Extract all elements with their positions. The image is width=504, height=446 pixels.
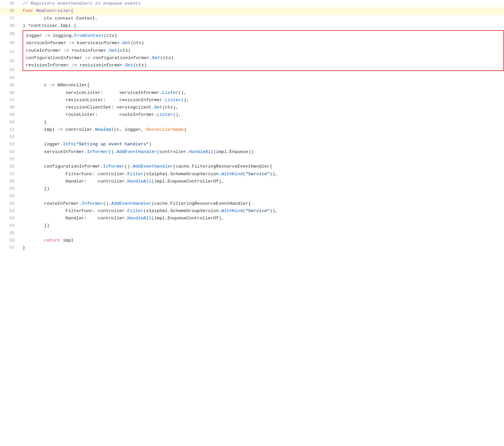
line-num-55: 55 <box>0 156 20 163</box>
line-num-50: 50 <box>0 119 20 126</box>
line-content-37: ctx context.Context, <box>20 15 504 22</box>
line-content-36: func NewController( <box>20 7 504 15</box>
code-line-35: 35 // Registers eventhandlers to enqueue… <box>0 0 504 7</box>
line-content-44 <box>20 74 504 82</box>
line-num-51: 51 <box>0 126 20 133</box>
code-line-57: 57 FilterFunc: controller.Filter(v1alpha… <box>0 171 504 178</box>
code-line-66: 66 return impl <box>0 237 504 244</box>
line-content-59: }) <box>20 185 504 192</box>
line-content-45: c := &Reconciler{ <box>20 82 504 89</box>
code-line-50: 50 } <box>0 119 504 126</box>
line-content-46: serviceLister: serviceInformer.Lister(), <box>20 89 504 97</box>
code-line-62: 62 FilterFunc: controller.Filter(v1alpha… <box>0 207 504 215</box>
line-num-62: 62 <box>0 207 20 215</box>
code-line-36: 36 func NewController( <box>0 7 504 15</box>
line-content-54: serviceInformer.Informer().AddEventHandl… <box>20 148 504 156</box>
boxed-line-40: serviceInformer := kserviceinformer.Get(… <box>26 39 499 47</box>
line-num-40: 40 <box>0 39 20 47</box>
line-num-41: 41 <box>0 48 20 56</box>
code-line-59: 59 }) <box>0 185 504 192</box>
code-line-53: 53 logger.Info("Setting up event handler… <box>0 141 504 148</box>
code-line-61: 61 routeInformer.Informer().AddEventHand… <box>0 200 504 207</box>
line-content-53: logger.Info("Setting up event handlers") <box>20 141 504 148</box>
code-line-38: 38 ) *controller.Impl { <box>0 22 504 30</box>
boxed-line-39: logger := logging.FromContext(ctx) <box>26 32 499 39</box>
line-content-51: impl := controller.NewImpl(c, logger, Re… <box>20 126 504 133</box>
line-content-66: return impl <box>20 237 504 244</box>
code-line-64: 64 }) <box>0 222 504 229</box>
code-line-55: 55 <box>0 156 504 163</box>
line-num-37: 37 <box>0 15 20 22</box>
boxed-line-42: configurationInformer := configurationin… <box>26 54 499 62</box>
line-num-44: 44 <box>0 74 20 82</box>
line-content-35: // Registers eventhandlers to enqueue ev… <box>20 0 504 7</box>
code-line-63: 63 Handler: controller.HandleAll(impl.En… <box>0 215 504 222</box>
line-content-50: } <box>20 119 504 126</box>
line-num-67: 67 <box>0 244 20 252</box>
line-num-59: 59 <box>0 185 20 192</box>
code-line-67: 67 } <box>0 244 504 252</box>
code-viewer: 35 // Registers eventhandlers to enqueue… <box>0 0 504 446</box>
line-content-62: FilterFunc: controller.Filter(v1alpha1.S… <box>20 207 504 215</box>
line-num-57: 57 <box>0 171 20 178</box>
code-line-52: 52 <box>0 133 504 141</box>
line-content-60 <box>20 192 504 200</box>
code-line-58: 58 Handler: controller.HandleAll(impl.En… <box>0 178 504 185</box>
line-num-38: 38 <box>0 22 20 30</box>
line-num-45: 45 <box>0 82 20 89</box>
boxed-section-wrapper: 39 40 41 42 43 logger := logging.FromCon… <box>0 30 504 74</box>
line-content-57: FilterFunc: controller.Filter(v1alpha1.S… <box>20 171 504 178</box>
line-num-53: 53 <box>0 141 20 148</box>
line-num-49: 49 <box>0 111 20 118</box>
code-line-37: 37 ctx context.Context, <box>0 15 504 22</box>
line-num-65: 65 <box>0 230 20 237</box>
line-content-52 <box>20 133 504 141</box>
line-content-67: } <box>20 244 504 252</box>
line-num-54: 54 <box>0 148 20 156</box>
code-line-56: 56 configurationInformer.Informer().AddE… <box>0 163 504 170</box>
line-content-38: ) *controller.Impl { <box>20 22 504 30</box>
line-num-66: 66 <box>0 237 20 244</box>
code-line-47: 47 revisionLister: revisionInformer.List… <box>0 97 504 104</box>
line-num-52: 52 <box>0 133 20 141</box>
line-content-64: }) <box>20 222 504 229</box>
line-content-63: Handler: controller.HandleAll(impl.Enque… <box>20 215 504 222</box>
code-line-65: 65 <box>0 230 504 237</box>
line-num-60: 60 <box>0 192 20 200</box>
line-num-56: 56 <box>0 163 20 170</box>
line-num-42: 42 <box>0 57 20 65</box>
line-num-48: 48 <box>0 104 20 111</box>
line-num-36: 36 <box>0 7 20 15</box>
code-line-46: 46 serviceLister: serviceInformer.Lister… <box>0 89 504 97</box>
line-num-35: 35 <box>0 0 20 7</box>
line-content-65 <box>20 230 504 237</box>
line-content-56: configurationInformer.Informer().AddEven… <box>20 163 504 170</box>
line-content-48: revisionClientSet: servingclient.Get(ctx… <box>20 104 504 111</box>
line-content-61: routeInformer.Informer().AddEventHandler… <box>20 200 504 207</box>
code-line-44: 44 <box>0 74 504 82</box>
line-content-55 <box>20 156 504 163</box>
line-num-47: 47 <box>0 97 20 104</box>
code-line-45: 45 c := &Reconciler{ <box>0 82 504 89</box>
code-line-60: 60 <box>0 192 504 200</box>
boxed-line-41: routeInformer := routeinformer.Get(ctx) <box>26 47 499 54</box>
code-line-49: 49 routeLister: routeInformer.Lister(), <box>0 111 504 118</box>
line-num-58: 58 <box>0 178 20 185</box>
code-line-54: 54 serviceInformer.Informer().AddEventHa… <box>0 148 504 156</box>
line-numbers-boxed: 39 40 41 42 43 <box>0 30 23 74</box>
code-line-48: 48 revisionClientSet: servingclient.Get(… <box>0 104 504 111</box>
line-num-63: 63 <box>0 215 20 222</box>
line-num-64: 64 <box>0 222 20 229</box>
code-line-51: 51 impl := controller.NewImpl(c, logger,… <box>0 126 504 133</box>
line-num-39: 39 <box>0 31 20 38</box>
line-content-47: revisionLister: revisionInformer.Lister(… <box>20 97 504 104</box>
line-num-43: 43 <box>0 66 20 74</box>
red-box: logger := logging.FromContext(ctx) servi… <box>23 30 504 71</box>
line-num-61: 61 <box>0 200 20 207</box>
line-content-58: Handler: controller.HandleAll(impl.Enque… <box>20 178 504 185</box>
line-num-46: 46 <box>0 89 20 97</box>
line-content-49: routeLister: routeInformer.Lister(), <box>20 111 504 118</box>
boxed-line-43: revisionInformer := revisioninformer.Get… <box>26 62 499 69</box>
